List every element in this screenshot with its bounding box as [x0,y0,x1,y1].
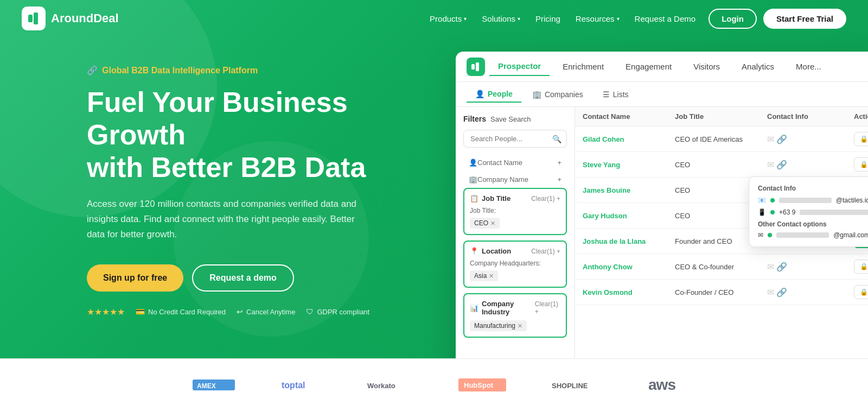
app-header: Prospector Enrichment Engagement Visitor… [456,52,868,82]
tooltip-email-row: 📧 @tactiles.io [758,197,868,204]
job-title-clear[interactable]: Clear(1) + [531,195,560,203]
email-domain: @tactiles.io [836,197,868,204]
trust-badges: ★★★★★ 💳 No Credit Card Required ↩ Cancel… [87,307,380,317]
job-title-tag: CEO ✕ [470,218,500,229]
tab-visitors[interactable]: Visitors [685,58,729,75]
svg-rect-1 [34,12,38,24]
col-contact-info: Contact Info [767,112,854,121]
table-row: Kevin Osmond Co-Founder / CEO ✉ 🔗 🔒 Show… [575,280,868,305]
tab-enrichment[interactable]: Enrichment [554,58,612,75]
nav-products[interactable]: Products ▾ [430,14,467,23]
app-window: Prospector Enrichment Engagement Visitor… [456,52,868,358]
save-search-button[interactable]: Save Search [490,115,531,123]
tab-analytics[interactable]: Analytics [733,58,783,75]
contact-name-kevinosmond[interactable]: Kevin Osmond [583,288,675,296]
contact-icons-anthonychow: ✉ 🔗 [767,262,854,272]
industry-icon: 📊 [470,304,478,312]
contact-icons-kevinosmond: ✉ 🔗 [767,287,854,298]
gdpr-badge: 🛡 GDPR compliant [306,307,369,316]
nav-links: Products ▾ Solutions ▾ Pricing Resources… [430,14,695,23]
contact-name-anthonychow[interactable]: Anthony Chow [583,263,675,271]
industry-filter-header: 📊 Company Industry Clear(1) + [470,300,560,316]
contact-name-jamesbouine[interactable]: James Bouine [583,186,675,194]
show-contact-kevinosmond[interactable]: 🔒 Show Contact [854,285,868,299]
search-input[interactable] [463,130,567,148]
login-button[interactable]: Login [709,9,757,29]
add-icon: + [557,175,561,184]
logo-box [22,7,46,30]
other-options-title: Other Contact options [758,220,868,228]
job-icon: 📋 [470,194,478,203]
location-clear[interactable]: Clear(1) + [531,248,560,255]
job-title-filter-section: 📋 Job Title Clear(1) + Job Title: CEO ✕ [463,188,567,235]
search-icon: 🔍 [552,135,561,143]
no-cc-badge: 💳 No Credit Card Required [136,307,226,316]
contact-name-gilad[interactable]: Gilad Cohen [583,135,675,143]
subtab-companies[interactable]: 🏢 Companies [524,87,592,102]
contact-name-filter[interactable]: 👤 Contact Name + [463,154,567,171]
svg-text:SHOPLINE: SHOPLINE [552,382,588,390]
email-icon: 📧 [758,197,766,204]
logo-toptal: toptal [279,376,323,394]
signup-button[interactable]: Sign up for free [87,264,183,292]
subtab-lists[interactable]: ☰ Lists [594,87,637,102]
show-contact-anthonychow[interactable]: 🔒 Show Contact [854,260,868,274]
job-title-gilad: CEO of IDE Americas [675,135,767,143]
navigation: AroundDeal Products ▾ Solutions ▾ Pricin… [0,0,868,37]
industry-clear[interactable]: Clear(1) + [535,300,560,315]
tab-prospector[interactable]: Prospector [489,57,550,76]
logo-shopline: SHOPLINE [551,376,605,394]
show-contact-steveyang[interactable]: 🔒 Show Contact [854,157,868,172]
chevron-down-icon: ▾ [617,16,620,22]
logo-aws: aws [648,376,675,394]
nav-solutions[interactable]: Solutions ▾ [482,14,520,23]
job-title-kevinosmond: Co-Founder / CEO [675,288,767,296]
contact-name-steveyang[interactable]: Steve Yang [583,161,675,169]
remove-tag-icon[interactable]: ✕ [518,323,522,330]
start-trial-button[interactable]: Start Free Trial [763,9,846,29]
location-subtitle: Company Headquarters: [470,260,560,267]
filters-sidebar: Filters Save Search 🔍 👤 Contact Name + 🏢… [456,107,575,358]
job-title-label: 📋 Job Title [470,194,510,203]
location-filter-header: 📍 Location Clear(1) + [470,247,560,255]
location-filter-section: 📍 Location Clear(1) + Company Headquarte… [463,241,567,288]
request-demo-button[interactable]: Request a demo [192,264,294,292]
remove-tag-icon[interactable]: ✕ [489,273,494,280]
app-logo [467,58,485,76]
subtab-people[interactable]: 👤 People [467,86,521,103]
filters-label: Filters [463,115,486,123]
contact-name-garyhudson[interactable]: Gary Hudson [583,212,675,220]
logo[interactable]: AroundDeal [22,7,119,30]
tab-engagement[interactable]: Engagement [617,58,680,75]
job-title-steveyang: CEO [675,161,767,169]
hero-title: Fuel Your Business Growth with Better B2… [87,86,380,184]
contact-info-tooltip: Contact Info 📧 @tactiles.io 📱 +63 9 [749,176,868,247]
hero-buttons: Sign up for free Request a demo [87,264,380,292]
nav-resources[interactable]: Resources ▾ [576,14,620,23]
col-contact-name: Contact Name [583,112,675,121]
nav-pricing[interactable]: Pricing [535,14,560,23]
chevron-down-icon: ▾ [518,16,520,22]
cancel-badge: ↩ Cancel Anytime [237,307,295,316]
company-icon: 🏢 [469,175,477,184]
svg-rect-0 [28,15,33,22]
industry-tags: Manufacturing ✕ [470,320,560,331]
logo-text: AroundDeal [51,11,119,26]
table-row: Anthony Chow CEO & Co-founder ✉ 🔗 🔒 Show… [575,254,868,280]
logo-workato: Workato [366,376,415,394]
remove-tag-icon[interactable]: ✕ [490,220,495,227]
contact-name-joshua[interactable]: Joshua de la Llana [583,237,675,245]
hero-section: 🔗 Global B2B Data Intelligence Platform … [0,0,868,358]
chevron-down-icon: ▾ [464,16,467,22]
svg-text:toptal: toptal [282,381,305,390]
nav-request-demo[interactable]: Request a Demo [635,14,696,23]
col-action: Action [854,112,868,121]
svg-text:Workato: Workato [367,382,395,390]
tab-more[interactable]: More... [787,58,830,75]
search-wrap: 🔍 [463,130,567,148]
company-name-filter[interactable]: 🏢 Company Name + [463,171,567,188]
job-title-tags: CEO ✕ [470,218,560,229]
svg-text:AMEX: AMEX [197,382,216,390]
col-job-title: Job Title [675,112,767,121]
show-contact-gilad[interactable]: 🔒 Show Contact [854,132,868,146]
